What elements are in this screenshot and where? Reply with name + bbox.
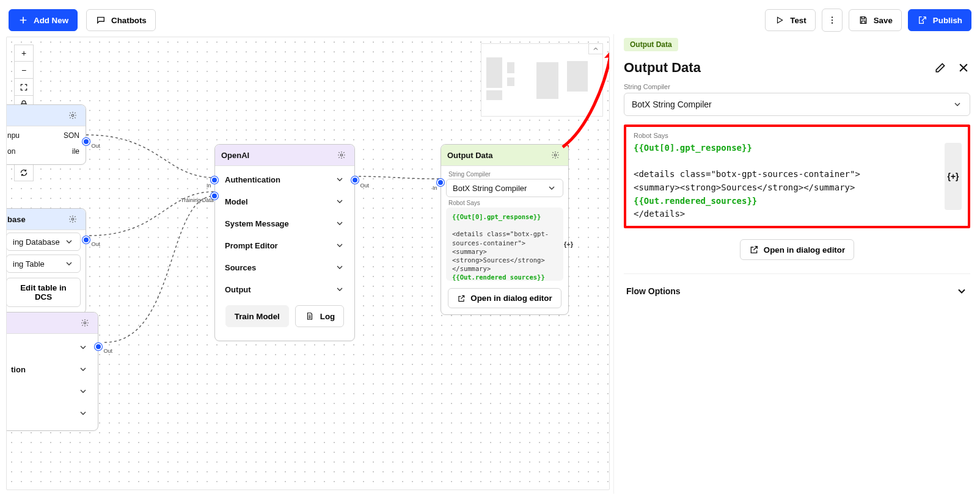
node-collapsed-port-out[interactable] — [95, 343, 102, 350]
openai-row-3[interactable]: Prompt Editor — [220, 234, 349, 256]
chatbots-label: Chatbots — [111, 16, 147, 25]
node-database-select-2-value: ing Table — [13, 259, 45, 269]
node-output-code[interactable]: {{Out[0].gpt_response}} <details class="… — [446, 208, 563, 281]
panel-open-dialog-button[interactable]: Open in dialog editor — [740, 239, 854, 260]
panel-flow-options[interactable]: Flow Options — [624, 273, 970, 308]
port-training-label: Training Data — [181, 197, 214, 203]
node-output-head: Output Data — [441, 145, 568, 166]
chevron-down-icon — [953, 99, 962, 109]
node-openai-port-out[interactable] — [351, 176, 359, 184]
zoom-out-button[interactable]: − — [14, 62, 34, 79]
node-json-gear[interactable] — [66, 109, 79, 122]
openai-row-0[interactable]: Authentication — [220, 168, 349, 190]
panel-code-line-4: {{Out.rendered_sources}} — [634, 196, 757, 206]
node-collapsed-row-2[interactable] — [6, 380, 93, 402]
openai-row-1[interactable]: Model — [220, 190, 349, 212]
node-openai-port-in[interactable] — [211, 176, 218, 184]
node-json[interactable]: npu SON on ile Out — [6, 104, 86, 165]
node-openai[interactable]: OpenAI Authentication Model System Messa… — [214, 144, 355, 341]
node-json-port-out[interactable] — [82, 138, 90, 145]
node-collapsed-gear[interactable] — [78, 316, 92, 330]
publish-button[interactable]: Publish — [908, 9, 971, 31]
log-button[interactable]: Log — [295, 305, 344, 327]
node-database[interactable]: base ing Database ing Table Edit table i… — [6, 208, 86, 314]
node-database-select-2[interactable]: ing Table — [6, 255, 81, 273]
openai-row-2[interactable]: System Message — [220, 212, 349, 234]
chat-icon — [95, 15, 106, 26]
train-model-label: Train Model — [235, 312, 280, 321]
node-database-port-out[interactable] — [82, 236, 90, 244]
panel-insert-variable-button[interactable]: {+} — [945, 143, 962, 210]
test-button[interactable]: Test — [765, 9, 815, 31]
publish-label: Publish — [933, 16, 962, 25]
node-collapsed-row-1[interactable]: tion — [6, 358, 93, 380]
openai-row-4[interactable]: Sources — [220, 256, 349, 278]
node-output-compiler-select[interactable]: BotX String Compiler — [446, 179, 563, 197]
chevron-down-icon — [78, 386, 88, 396]
panel-open-dialog-label: Open in dialog editor — [764, 245, 845, 255]
node-output-gear[interactable] — [549, 148, 562, 162]
node-collapsed-row-0[interactable] — [6, 336, 93, 358]
svg-point-7 — [71, 218, 74, 220]
save-icon — [858, 15, 869, 26]
node-collapsed-head — [6, 313, 98, 334]
minimap[interactable] — [481, 43, 603, 117]
port-out-label: Out — [103, 348, 112, 354]
panel-robot-label: Robot Says — [634, 132, 960, 139]
chevron-down-icon — [78, 342, 88, 352]
refresh-icon — [20, 168, 28, 177]
node-collapsed-row-3[interactable] — [6, 402, 93, 424]
port-out-label: Out — [91, 241, 100, 247]
node-openai-gear[interactable] — [335, 148, 348, 162]
panel-title: Output Data — [624, 60, 701, 76]
edit-table-button[interactable]: Edit table in DCS — [6, 278, 81, 307]
external-link-icon — [457, 294, 466, 303]
panel-robot-says-editor[interactable]: {{Out[0].gpt_response}} <details class="… — [634, 142, 960, 221]
node-json-row1-right: SON — [64, 131, 79, 140]
openai-row-2-label: System Message — [225, 219, 289, 228]
panel-edit-button[interactable] — [934, 61, 947, 74]
more-button[interactable] — [822, 9, 843, 32]
panel-tag: Output Data — [624, 38, 678, 51]
save-label: Save — [874, 16, 893, 25]
node-output-open-dialog-button[interactable]: Open in dialog editor — [448, 288, 561, 308]
node-openai-head: OpenAI — [215, 145, 354, 166]
svg-point-0 — [832, 16, 833, 18]
port-out-label: Out — [91, 143, 100, 149]
zoom-in-button[interactable]: + — [14, 45, 34, 62]
refresh-button[interactable] — [14, 164, 34, 181]
node-database-select-1[interactable]: ing Database — [6, 233, 81, 251]
svg-point-6 — [71, 114, 74, 117]
node-output-insert-button[interactable]: {+} — [564, 240, 573, 248]
panel-code-line-1: {{Out[0].gpt_response}} — [634, 143, 752, 153]
node-database-body: ing Database ing Table Edit table in DCS — [6, 230, 86, 313]
node-output[interactable]: Output Data String Compiler BotX String … — [441, 144, 569, 315]
svg-point-2 — [832, 23, 833, 24]
minimap-toggle[interactable] — [588, 43, 603, 54]
node-database-gear[interactable] — [66, 212, 79, 226]
fit-button[interactable] — [14, 79, 34, 96]
chatbots-button[interactable]: Chatbots — [86, 9, 156, 31]
topbar: Add New Chatbots Test Save — [0, 0, 980, 34]
panel-close-button[interactable] — [957, 61, 970, 74]
add-new-button[interactable]: Add New — [9, 9, 78, 31]
play-icon — [774, 15, 785, 26]
svg-point-1 — [832, 20, 833, 21]
node-output-body: String Compiler BotX String Compiler Rob… — [441, 166, 568, 314]
openai-row-5[interactable]: Output — [220, 278, 349, 300]
node-output-port-in[interactable] — [437, 179, 444, 186]
node-collapsed[interactable]: tion Out — [6, 312, 98, 431]
svg-point-10 — [554, 154, 557, 156]
save-button[interactable]: Save — [849, 9, 902, 31]
train-model-button[interactable]: Train Model — [225, 305, 289, 327]
add-new-label: Add New — [34, 16, 68, 25]
node-collapsed-body: tion — [6, 334, 98, 430]
plus-icon — [18, 15, 29, 26]
node-output-compiler-value: BotX String Compiler — [453, 184, 527, 193]
panel-compiler-select[interactable]: BotX String Compiler — [624, 93, 970, 116]
plus-icon: + — [21, 48, 26, 58]
node-database-select-1-value: ing Database — [13, 237, 60, 247]
expand-icon — [20, 83, 28, 92]
chevron-down-icon — [335, 262, 345, 272]
node-collapsed-row-1-label: tion — [11, 365, 26, 374]
